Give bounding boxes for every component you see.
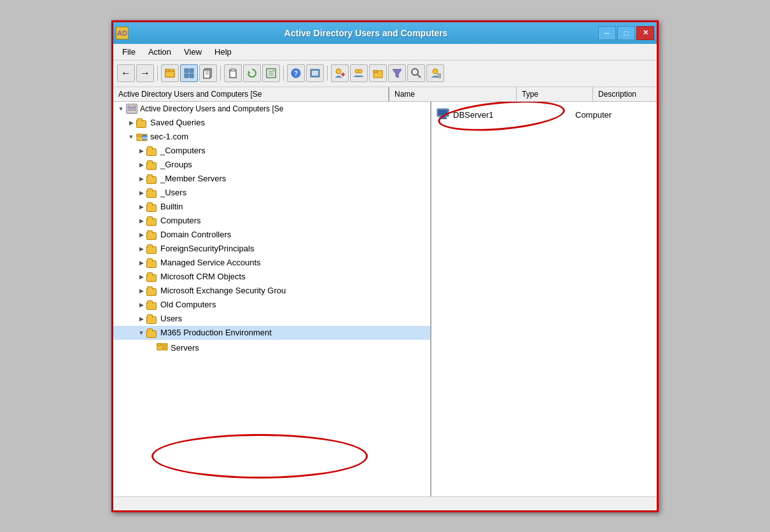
toolbar-sep-1 [157,66,158,81]
copy-button[interactable] [199,64,217,82]
menu-action[interactable]: Action [143,46,176,58]
view-button[interactable] [180,64,198,82]
svg-rect-5 [185,74,188,78]
svg-marker-13 [248,71,251,73]
member-servers-label: _Member Servers [160,174,226,183]
delegate-button[interactable] [426,64,444,82]
title-bar: AD Active Directory Users and Computers … [113,22,657,44]
main-content: ▼ Active Directory Users and Computers [… [113,102,657,496]
tree-item-servers[interactable]: ▶ Servers [113,340,430,356]
servers-label: Servers [171,343,199,353]
tree-item-exchange[interactable]: ▶ Microsoft Exchange Security Grou [113,284,430,298]
root-expand-icon[interactable]: ▼ [116,104,126,114]
maximize-button[interactable]: □ [617,26,635,40]
svg-text:?: ? [294,70,298,77]
back-button[interactable]: ← [117,64,135,82]
filter-button[interactable] [388,64,406,82]
sec1-expand[interactable]: ▼ [126,132,136,142]
computers-expand[interactable]: ▶ [136,216,146,226]
computers-under-folder-icon [146,146,158,156]
dc-label: Domain Controllers [160,230,231,239]
dc-expand[interactable]: ▶ [136,230,146,240]
toolbar-sep-4 [327,66,328,81]
saved-queries-folder-icon [136,118,148,128]
new-ou-button[interactable] [369,64,387,82]
member-servers-expand[interactable]: ▶ [136,174,146,184]
svg-line-35 [417,74,421,78]
tree-item-saved-queries[interactable]: ▶ Saved Queries [113,116,430,130]
root-icon [126,104,137,114]
tree-item-sec1[interactable]: ▼ AD sec-1.com [113,130,430,144]
exchange-folder-icon [146,286,158,296]
svg-rect-40 [129,105,135,107]
fsp-folder-icon [146,244,158,254]
computers-under-expand[interactable]: ▶ [136,146,146,156]
menu-help[interactable]: Help [209,46,237,58]
computers-under-label: _Computers [160,146,206,155]
crm-expand[interactable]: ▶ [136,272,146,282]
tree-item-computers[interactable]: ▶ Computers [113,214,430,228]
column-headers: Active Directory Users and Computers [Se… [113,87,657,102]
svg-point-30 [358,69,362,73]
help-button[interactable]: ? [287,64,305,82]
users-folder-icon [146,314,158,324]
tree-item-member-servers[interactable]: ▶ _Member Servers [113,172,430,186]
groups-label: _Groups [160,160,192,169]
refresh-button[interactable] [243,64,261,82]
fsp-expand[interactable]: ▶ [136,244,146,254]
svg-rect-45 [137,134,141,136]
tree-item-groups[interactable]: ▶ _Groups [113,158,430,172]
name-column-header: Name [389,87,517,101]
tree-item-managed-service[interactable]: ▶ Managed Service Accounts [113,256,430,270]
saved-queries-expand[interactable]: ▶ [126,118,136,128]
main-window: AD Active Directory Users and Computers … [111,20,659,512]
tree-item-users[interactable]: ▶ Users [113,312,430,326]
menu-view[interactable]: View [179,46,207,58]
svg-rect-1 [165,71,174,77]
description-column-header: Description [593,87,657,101]
tree-root[interactable]: ▼ Active Directory Users and Computers [… [113,102,430,116]
dbserver1-icon [437,108,449,122]
exchange-expand[interactable]: ▶ [136,286,146,296]
svg-point-26 [336,69,341,74]
minimize-button[interactable]: ─ [598,26,616,40]
groups-folder-icon [146,160,158,170]
export-button[interactable] [262,64,280,82]
dbserver1-row[interactable]: DBServer1 Computer [431,104,657,125]
crm-folder-icon [146,272,158,282]
new-group-button[interactable] [350,64,368,82]
tree-item-computers-under[interactable]: ▶ _Computers [113,144,430,158]
users-expand[interactable]: ▶ [136,314,146,324]
tree-item-m365[interactable]: ▼ M365 Production Environment [113,326,430,340]
window-controls: ─ □ ✕ [598,26,654,40]
old-computers-expand[interactable]: ▶ [136,300,146,310]
status-bar [113,496,657,510]
groups-expand[interactable]: ▶ [136,160,146,170]
forward-button[interactable]: → [136,64,154,82]
tree-item-users-under[interactable]: ▶ _Users [113,186,430,200]
paste-button[interactable] [224,64,242,82]
svg-rect-52 [438,110,447,115]
users-under-expand[interactable]: ▶ [136,188,146,198]
tree-item-builtin[interactable]: ▶ Builtin [113,200,430,214]
m365-expand[interactable]: ▼ [136,328,146,338]
toolbar-sep-3 [283,66,284,81]
new-user-button[interactable] [331,64,349,82]
tree-panel: ▼ Active Directory Users and Computers [… [113,102,431,496]
menu-file[interactable]: File [117,46,141,58]
open-button[interactable] [161,64,179,82]
tree-item-foreign-security[interactable]: ▶ ForeignSecurityPrincipals [113,242,430,256]
builtin-expand[interactable]: ▶ [136,202,146,212]
tree-item-domain-controllers[interactable]: ▶ Domain Controllers [113,228,430,242]
tree-item-ms-crm[interactable]: ▶ Microsoft CRM Objects [113,270,430,284]
find-button[interactable] [407,64,425,82]
close-button[interactable]: ✕ [636,26,654,40]
window-title: Active Directory Users and Computers [134,28,598,38]
tree-item-old-computers[interactable]: ▶ Old Computers [113,298,430,312]
svg-point-34 [412,69,418,75]
msa-expand[interactable]: ▶ [136,258,146,268]
properties-button[interactable] [306,64,324,82]
dc-folder-icon [146,230,158,240]
saved-queries-label: Saved Queries [150,118,205,127]
old-computers-label: Old Computers [160,300,216,309]
